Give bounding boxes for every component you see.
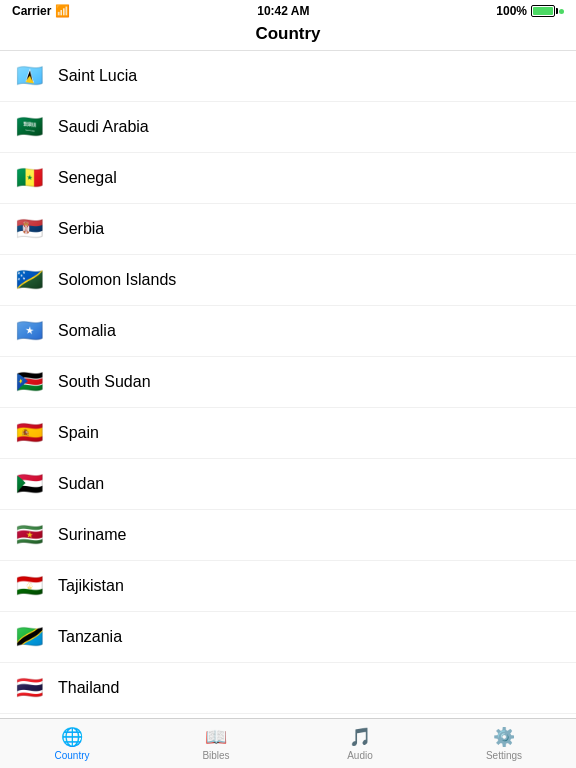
tab-icon: 📖 [205,726,227,748]
battery-icon [531,5,555,17]
country-name: Somalia [58,322,116,340]
list-item[interactable]: 🇹🇯Tajikistan [0,561,576,612]
page-title: Country [0,22,576,51]
status-carrier: Carrier 📶 [12,4,70,18]
status-right: 100% [496,4,564,18]
battery-charging-dot [559,9,564,14]
country-name: Serbia [58,220,104,238]
wifi-icon: 📶 [55,4,70,18]
flag-circle: 🇸🇴 [12,314,46,348]
flag-circle: 🇸🇳 [12,161,46,195]
battery-percent: 100% [496,4,527,18]
list-item[interactable]: 🇷🇸Serbia [0,204,576,255]
list-item[interactable]: 🇸🇸South Sudan [0,357,576,408]
status-time: 10:42 AM [257,4,309,18]
country-name: Suriname [58,526,126,544]
tab-label: Country [54,750,89,761]
country-list: 🇱🇨Saint Lucia🇸🇦Saudi Arabia🇸🇳Senegal🇷🇸Se… [0,51,576,718]
list-item[interactable]: 🇸🇩Sudan [0,459,576,510]
flag-circle: 🇷🇸 [12,212,46,246]
tab-item-settings[interactable]: ⚙️Settings [432,719,576,768]
status-bar: Carrier 📶 10:42 AM 100% [0,0,576,22]
country-name: Tanzania [58,628,122,646]
flag-circle: 🇹🇿 [12,620,46,654]
country-name: Tajikistan [58,577,124,595]
country-name: Solomon Islands [58,271,176,289]
list-item[interactable]: 🇸🇷Suriname [0,510,576,561]
flag-circle: 🇸🇦 [12,110,46,144]
tab-icon: ⚙️ [493,726,515,748]
flag-circle: 🇹🇯 [12,569,46,603]
tab-item-bibles[interactable]: 📖Bibles [144,719,288,768]
list-item[interactable]: 🇪🇸Spain [0,408,576,459]
country-name: Saudi Arabia [58,118,149,136]
flag-circle: 🇸🇩 [12,467,46,501]
flag-circle: 🇸🇸 [12,365,46,399]
country-name: Saint Lucia [58,67,137,85]
list-item[interactable]: 🇸🇧Solomon Islands [0,255,576,306]
country-name: Senegal [58,169,117,187]
list-item[interactable]: 🇸🇦Saudi Arabia [0,102,576,153]
list-item[interactable]: 🇹🇿Tanzania [0,612,576,663]
tab-item-country[interactable]: 🌐Country [0,719,144,768]
flag-circle: 🇸🇷 [12,518,46,552]
country-name: Thailand [58,679,119,697]
flag-circle: 🇸🇧 [12,263,46,297]
list-item[interactable]: 🇸🇳Senegal [0,153,576,204]
country-name: Spain [58,424,99,442]
list-item[interactable]: 🇱🇨Saint Lucia [0,51,576,102]
tab-icon: 🎵 [349,726,371,748]
tab-item-audio[interactable]: 🎵Audio [288,719,432,768]
flag-circle: 🇹🇭 [12,671,46,705]
flag-circle: 🇱🇨 [12,59,46,93]
list-item[interactable]: 🇹🇭Thailand [0,663,576,714]
tab-label: Settings [486,750,522,761]
tab-bar: 🌐Country📖Bibles🎵Audio⚙️Settings [0,718,576,768]
tab-label: Bibles [202,750,229,761]
tab-label: Audio [347,750,373,761]
list-item[interactable]: 🇸🇴Somalia [0,306,576,357]
flag-circle: 🇪🇸 [12,416,46,450]
tab-icon: 🌐 [61,726,83,748]
country-name: Sudan [58,475,104,493]
carrier-label: Carrier [12,4,51,18]
country-name: South Sudan [58,373,151,391]
